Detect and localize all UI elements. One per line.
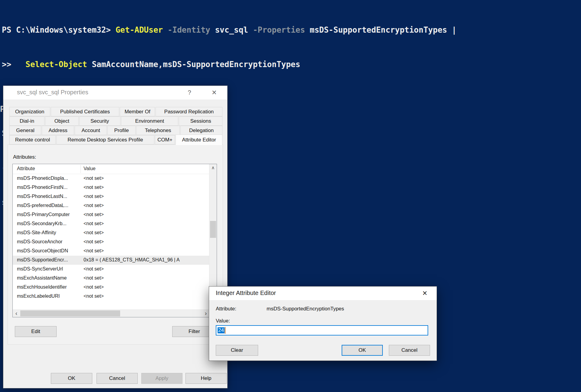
- attribute-name: msDS-SecondaryKrb...: [17, 221, 67, 226]
- properties-title-bar[interactable]: svc_sql svc_sql Properties ? ×: [3, 86, 227, 99]
- attribute-name: msDS-SupportedEncr...: [17, 257, 68, 263]
- attribute-row[interactable]: msDS-SourceAnchor<not set>: [13, 238, 209, 247]
- column-divider[interactable]: [80, 165, 81, 173]
- column-header-value[interactable]: Value: [84, 166, 96, 171]
- powershell-window: PS C:\Windows\system32> Get-ADUser -Iden…: [0, 0, 581, 392]
- attribute-name-value: msDS-SupportedEncryptionTypes: [267, 306, 344, 312]
- attribute-value: <not set>: [84, 212, 208, 217]
- tab-environment[interactable]: Environment: [121, 116, 179, 126]
- attribute-list-header[interactable]: Attribute Value: [13, 164, 209, 174]
- attributes-label: Attributes:: [13, 154, 36, 160]
- attribute-value: <not set>: [84, 275, 208, 281]
- scroll-left-icon[interactable]: ‹: [13, 310, 20, 317]
- vertical-scroll-thumb[interactable]: [210, 221, 216, 238]
- attribute-row[interactable]: msExchAssistantName<not set>: [13, 274, 209, 283]
- attribute-name: msDS-PrimaryComputer: [17, 212, 70, 217]
- clear-button[interactable]: Clear: [216, 345, 258, 356]
- tab-remote-desktop-services-profile[interactable]: Remote Desktop Services Profile: [56, 135, 154, 144]
- scroll-up-icon[interactable]: ∧: [209, 164, 217, 171]
- attribute-name: msExchHouseIdentifier: [17, 284, 67, 290]
- argument-text: msDS-SupportedEncryptionTypes |: [310, 25, 457, 34]
- parameter-text: -Properties: [248, 25, 310, 34]
- attribute-value: <not set>: [84, 185, 208, 190]
- attribute-value: 0x18 = ( AES128_CTS_HMAC_SHA1_96 | A: [84, 257, 208, 263]
- scroll-right-icon[interactable]: ›: [202, 310, 209, 317]
- close-icon[interactable]: ×: [417, 287, 432, 300]
- attribute-row[interactable]: msDS-SourceObjectDN<not set>: [13, 247, 209, 256]
- attribute-row[interactable]: msDS-PhoneticFirstN...<not set>: [13, 183, 209, 192]
- cmdlet-text: Get-ADUser: [116, 25, 163, 34]
- attribute-name: msDS-preferredDataL...: [17, 203, 68, 208]
- tab-attribute-editor[interactable]: Attribute Editor: [176, 134, 222, 145]
- attribute-row[interactable]: msDS-SecondaryKrb...<not set>: [13, 219, 209, 228]
- integer-editor-title: Integer Attribute Editor: [216, 290, 276, 296]
- tab-com-[interactable]: COM+: [155, 135, 175, 144]
- attribute-list: Attribute Value msDS-PhoneticDispla...<n…: [12, 164, 217, 317]
- attribute-name: msExchLabeledURI: [17, 293, 60, 299]
- tab-security[interactable]: Security: [79, 116, 120, 126]
- prompt-text: PS C:\Windows\system32>: [2, 25, 116, 34]
- attribute-row[interactable]: msDS-PhoneticDispla...<not set>: [13, 174, 209, 183]
- tab-dial-in[interactable]: Dial-in: [9, 116, 44, 126]
- parameter-text: -Identity: [163, 25, 215, 34]
- attribute-value: <not set>: [84, 266, 208, 272]
- attribute-label: Attribute:: [216, 306, 236, 312]
- column-header-attribute[interactable]: Attribute: [17, 166, 35, 171]
- tab-general[interactable]: General: [9, 126, 41, 135]
- integer-editor-title-bar[interactable]: Integer Attribute Editor ×: [209, 287, 437, 300]
- close-icon[interactable]: ×: [207, 86, 222, 99]
- tab-object[interactable]: Object: [45, 116, 79, 126]
- value-input[interactable]: 24: [216, 325, 428, 335]
- help-button[interactable]: Help: [185, 373, 227, 384]
- attribute-name: msDS-SyncServerUrl: [17, 266, 63, 272]
- tab-row: GeneralAddressAccountProfileTelephonesDe…: [9, 126, 223, 135]
- continuation-prompt: >>: [2, 60, 25, 69]
- tab-delegation[interactable]: Delegation: [180, 126, 222, 135]
- text-caret: [225, 327, 225, 334]
- tab-telephones[interactable]: Telephones: [136, 126, 180, 135]
- attribute-value: <not set>: [84, 176, 208, 181]
- horizontal-scroll-thumb[interactable]: [20, 310, 120, 316]
- attribute-row[interactable]: msDS-preferredDataL...<not set>: [13, 201, 209, 210]
- tab-published-certificates[interactable]: Published Certificates: [51, 107, 120, 116]
- edit-button[interactable]: Edit: [15, 326, 57, 337]
- tab-address[interactable]: Address: [42, 126, 74, 135]
- attribute-value: <not set>: [84, 203, 208, 208]
- attribute-value: <not set>: [84, 230, 208, 235]
- attribute-value: <not set>: [84, 221, 208, 226]
- terminal-command-line-1: PS C:\Windows\system32> Get-ADUser -Iden…: [2, 24, 457, 36]
- attribute-value: <not set>: [84, 194, 208, 199]
- tab-sessions[interactable]: Sessions: [179, 116, 222, 126]
- cancel-button[interactable]: Cancel: [97, 373, 138, 384]
- properties-dialog-title: svc_sql svc_sql Properties: [17, 89, 88, 96]
- cmdlet-text: Select-Object: [25, 60, 87, 69]
- tab-strip: OrganizationPublished CertificatesMember…: [9, 107, 223, 144]
- attribute-row[interactable]: msDS-SupportedEncr...0x18 = ( AES128_CTS…: [13, 256, 209, 265]
- attribute-row[interactable]: msDS-PrimaryComputer<not set>: [13, 210, 209, 219]
- attribute-value: <not set>: [84, 284, 208, 290]
- attribute-row[interactable]: msDS-PhoneticLastN...<not set>: [13, 192, 209, 201]
- attribute-name: msExchAssistantName: [17, 275, 67, 281]
- terminal-command-line-2: >> Select-Object SamAccountName,msDS-Sup…: [2, 59, 457, 70]
- argument-text: SamAccountName,msDS-SupportedEncryptionT…: [87, 60, 300, 69]
- help-icon[interactable]: ?: [182, 86, 197, 99]
- horizontal-scrollbar[interactable]: ‹ ›: [13, 309, 209, 317]
- tab-account[interactable]: Account: [75, 126, 107, 135]
- tab-member-of[interactable]: Member Of: [120, 107, 155, 116]
- tab-organization[interactable]: Organization: [9, 107, 50, 116]
- value-label: Value:: [216, 318, 230, 324]
- attribute-row[interactable]: msDS-Site-Affinity<not set>: [13, 228, 209, 238]
- tab-remote-control[interactable]: Remote control: [9, 135, 56, 144]
- cancel-button[interactable]: Cancel: [389, 345, 430, 356]
- tab-profile[interactable]: Profile: [107, 126, 136, 135]
- attribute-row[interactable]: msExchLabeledURI<not set>: [13, 292, 209, 301]
- attribute-rows: msDS-PhoneticDispla...<not set>msDS-Phon…: [13, 174, 209, 301]
- attribute-value: <not set>: [84, 239, 208, 245]
- properties-dialog: svc_sql svc_sql Properties ? × Organizat…: [3, 86, 228, 388]
- tab-password-replication[interactable]: Password Replication: [156, 107, 222, 116]
- ok-button[interactable]: OK: [342, 345, 383, 356]
- attribute-row[interactable]: msDS-SyncServerUrl<not set>: [13, 265, 209, 274]
- ok-button[interactable]: OK: [51, 373, 92, 384]
- attribute-value: <not set>: [84, 293, 208, 299]
- attribute-row[interactable]: msExchHouseIdentifier<not set>: [13, 283, 209, 292]
